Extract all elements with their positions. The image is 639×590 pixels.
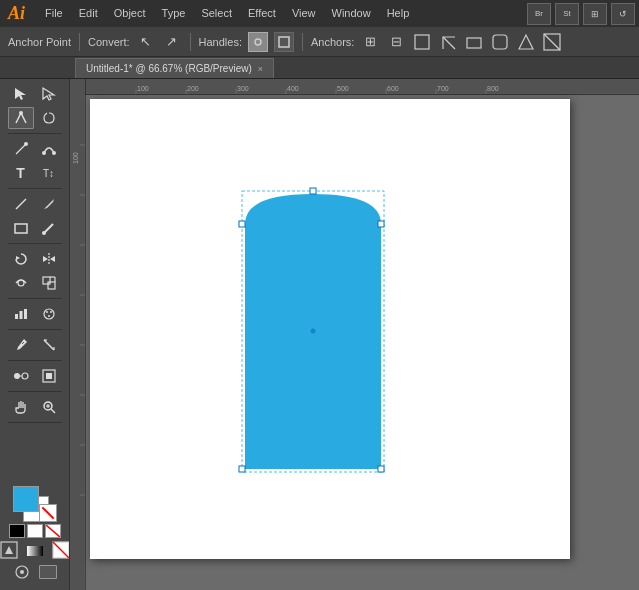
menu-help[interactable]: Help (379, 0, 418, 27)
corner-type-3[interactable] (464, 32, 484, 52)
menu-object[interactable]: Object (106, 0, 154, 27)
corner-type-6[interactable] (542, 32, 562, 52)
svg-point-28 (48, 315, 50, 317)
live-paint-tool[interactable] (36, 365, 62, 387)
workspace-icon[interactable]: ⊞ (583, 3, 607, 25)
reflect-tool[interactable] (36, 248, 62, 270)
svg-text:100: 100 (137, 85, 149, 92)
svg-rect-81 (239, 466, 245, 472)
svg-point-8 (19, 111, 23, 115)
column-graph-tool[interactable] (8, 303, 34, 325)
screen-mode-icon[interactable] (36, 562, 60, 582)
foreground-color-swatch[interactable] (13, 486, 39, 512)
anchor-icon-1[interactable]: ⊞ (360, 32, 380, 52)
convert-corner-icon[interactable]: ↖ (136, 32, 156, 52)
app-logo: Ai (4, 3, 29, 24)
no-fill-icon[interactable] (49, 540, 71, 560)
handles-btn-2[interactable] (274, 32, 294, 52)
selection-tool[interactable] (8, 83, 34, 105)
black-swatch[interactable] (9, 524, 25, 538)
anchor-selection-tool[interactable] (8, 107, 34, 129)
white-swatch[interactable] (27, 524, 43, 538)
svg-point-17 (18, 280, 24, 286)
tab-title: Untitled-1* @ 66.67% (RGB/Preview) (86, 63, 252, 74)
corner-type-4[interactable] (490, 32, 510, 52)
touch-type-tool[interactable]: T↕ (36, 162, 62, 184)
tool-row-3 (8, 138, 62, 160)
svg-rect-24 (24, 309, 27, 319)
svg-rect-1 (279, 37, 289, 47)
menu-window[interactable]: Window (324, 0, 379, 27)
svg-rect-5 (493, 35, 507, 49)
tool-sep-8 (8, 422, 62, 423)
corner-type-5[interactable] (516, 32, 536, 52)
corner-type-1[interactable] (412, 32, 432, 52)
svg-point-9 (24, 142, 28, 146)
tool-row-12 (8, 396, 62, 418)
tool-sep-5 (8, 329, 62, 330)
menu-select[interactable]: Select (193, 0, 240, 27)
svg-line-30 (44, 340, 54, 350)
stock-icon[interactable]: St (555, 3, 579, 25)
pencil-tool[interactable] (36, 193, 62, 215)
rotate-tool[interactable] (8, 248, 34, 270)
curvature-tool[interactable] (36, 138, 62, 160)
tool-row-2 (8, 107, 62, 129)
canvas-area[interactable]: 100 200 300 400 500 600 700 800 (70, 79, 639, 590)
svg-rect-80 (378, 221, 384, 227)
svg-point-14 (42, 231, 46, 235)
document-tab[interactable]: Untitled-1* @ 66.67% (RGB/Preview) × (75, 58, 274, 78)
svg-text:400: 400 (287, 85, 299, 92)
svg-point-11 (52, 151, 56, 155)
fill-color-icon[interactable] (0, 540, 21, 560)
gradient-icon[interactable] (23, 540, 47, 560)
tool-sep-2 (8, 188, 62, 189)
direct-selection-tool[interactable] (36, 83, 62, 105)
lasso-tool[interactable] (36, 107, 62, 129)
scale-tool[interactable] (36, 272, 62, 294)
eyedropper-tool[interactable] (8, 334, 34, 356)
warp-tool[interactable] (8, 272, 34, 294)
art-brush-icon[interactable] (10, 562, 34, 582)
svg-rect-82 (378, 466, 384, 472)
blend-tool[interactable] (8, 365, 34, 387)
menu-effect[interactable]: Effect (240, 0, 284, 27)
zoom-tool[interactable] (36, 396, 62, 418)
tab-bar: Untitled-1* @ 66.67% (RGB/Preview) × (0, 57, 639, 79)
vertical-ruler: 100 (70, 79, 86, 590)
paintbrush-tool[interactable] (36, 217, 62, 239)
svg-text:100: 100 (72, 152, 79, 164)
measure-tool[interactable] (36, 334, 62, 356)
menu-type[interactable]: Type (154, 0, 194, 27)
rectangle-tool[interactable] (8, 217, 34, 239)
symbol-sprayer-tool[interactable] (36, 303, 62, 325)
bridge-icon[interactable]: Br (527, 3, 551, 25)
convert-smooth-icon[interactable]: ↗ (162, 32, 182, 52)
pen-tool[interactable] (8, 138, 34, 160)
svg-rect-79 (239, 221, 245, 227)
svg-marker-15 (16, 256, 20, 260)
handles-btn-1[interactable] (248, 32, 268, 52)
svg-rect-2 (415, 35, 429, 49)
line-tool[interactable] (8, 193, 34, 215)
anchor-icon-2[interactable]: ⊟ (386, 32, 406, 52)
sep-1 (79, 33, 80, 51)
cloud-icon[interactable]: ↺ (611, 3, 635, 25)
no-color-swatch[interactable] (39, 504, 57, 522)
type-tool[interactable]: T (8, 162, 34, 184)
menu-bar: Ai File Edit Object Type Select Effect V… (0, 0, 639, 27)
menu-edit[interactable]: Edit (71, 0, 106, 27)
tool-sep-7 (8, 391, 62, 392)
corner-type-2[interactable] (438, 32, 458, 52)
color-swatches (13, 486, 57, 522)
svg-rect-50 (40, 566, 56, 578)
menu-view[interactable]: View (284, 0, 324, 27)
menu-file[interactable]: File (37, 0, 71, 27)
hand-tool[interactable] (8, 396, 34, 418)
main-area: T T↕ (0, 79, 639, 590)
tab-close-button[interactable]: × (258, 64, 263, 74)
none-swatch[interactable] (45, 524, 61, 538)
tool-row-4: T T↕ (8, 162, 62, 184)
tool-row-8 (8, 272, 62, 294)
tool-row-7 (8, 248, 62, 270)
